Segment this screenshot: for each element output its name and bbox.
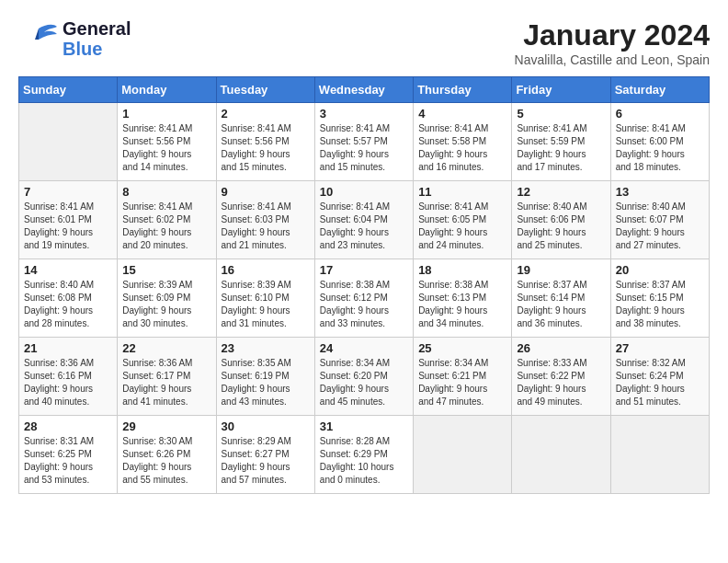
calendar-cell: 27Sunrise: 8:32 AM Sunset: 6:24 PM Dayli… [610,338,709,416]
day-info: Sunrise: 8:41 AM Sunset: 5:56 PM Dayligh… [222,122,310,174]
day-info: Sunrise: 8:38 AM Sunset: 6:12 PM Dayligh… [320,279,408,330]
weekday-header-tuesday: Tuesday [216,77,314,103]
calendar-cell: 22Sunrise: 8:36 AM Sunset: 6:17 PM Dayli… [118,338,216,416]
day-number: 23 [222,341,310,355]
day-info: Sunrise: 8:37 AM Sunset: 6:14 PM Dayligh… [517,279,605,330]
day-info: Sunrise: 8:31 AM Sunset: 6:25 PM Dayligh… [24,435,112,487]
calendar-cell: 20Sunrise: 8:37 AM Sunset: 6:15 PM Dayli… [610,259,709,338]
calendar-cell: 14Sunrise: 8:40 AM Sunset: 6:08 PM Dayli… [19,259,118,338]
day-info: Sunrise: 8:41 AM Sunset: 6:05 PM Dayligh… [418,201,506,252]
calendar-row-1: 7Sunrise: 8:41 AM Sunset: 6:01 PM Daylig… [19,181,710,259]
logo-icon [18,21,59,56]
day-info: Sunrise: 8:39 AM Sunset: 6:09 PM Dayligh… [122,279,210,330]
calendar-cell: 31Sunrise: 8:28 AM Sunset: 6:29 PM Dayli… [314,416,413,494]
day-info: Sunrise: 8:33 AM Sunset: 6:22 PM Dayligh… [517,357,605,408]
day-number: 11 [418,185,506,199]
calendar-table: SundayMondayTuesdayWednesdayThursdayFrid… [18,76,710,494]
day-number: 31 [320,419,408,433]
day-number: 12 [517,185,605,199]
calendar-cell: 2Sunrise: 8:41 AM Sunset: 5:56 PM Daylig… [216,103,314,181]
day-info: Sunrise: 8:38 AM Sunset: 6:13 PM Dayligh… [418,279,506,330]
day-info: Sunrise: 8:41 AM Sunset: 5:59 PM Dayligh… [517,122,605,174]
day-info: Sunrise: 8:35 AM Sunset: 6:19 PM Dayligh… [222,357,310,408]
day-info: Sunrise: 8:40 AM Sunset: 6:08 PM Dayligh… [24,279,112,330]
calendar-row-0: 1Sunrise: 8:41 AM Sunset: 5:56 PM Daylig… [19,103,710,181]
day-info: Sunrise: 8:41 AM Sunset: 6:00 PM Dayligh… [616,122,704,174]
day-number: 8 [122,185,210,199]
day-info: Sunrise: 8:34 AM Sunset: 6:20 PM Dayligh… [320,357,408,408]
calendar-row-2: 14Sunrise: 8:40 AM Sunset: 6:08 PM Dayli… [19,259,710,338]
month-title: January 2024 [515,18,710,52]
day-info: Sunrise: 8:40 AM Sunset: 6:06 PM Dayligh… [517,201,605,252]
calendar-cell: 1Sunrise: 8:41 AM Sunset: 5:56 PM Daylig… [118,103,216,181]
day-number: 28 [24,419,112,433]
day-number: 18 [418,263,506,277]
day-number: 24 [320,341,408,355]
day-number: 15 [122,263,210,277]
day-info: Sunrise: 8:41 AM Sunset: 5:57 PM Dayligh… [320,122,408,174]
day-number: 13 [616,185,704,199]
title-block: January 2024 Navalilla, Castille and Leo… [515,18,710,67]
calendar-cell: 10Sunrise: 8:41 AM Sunset: 6:04 PM Dayli… [314,181,413,259]
logo-general: General [63,18,131,39]
calendar-cell: 26Sunrise: 8:33 AM Sunset: 6:22 PM Dayli… [512,338,610,416]
weekday-header-sunday: Sunday [19,77,118,103]
calendar-cell [512,416,610,494]
day-number: 29 [122,419,210,433]
weekday-header-thursday: Thursday [414,77,512,103]
calendar-cell: 9Sunrise: 8:41 AM Sunset: 6:03 PM Daylig… [216,181,314,259]
calendar-cell: 16Sunrise: 8:39 AM Sunset: 6:10 PM Dayli… [216,259,314,338]
day-number: 5 [517,107,605,121]
weekday-header-saturday: Saturday [610,77,709,103]
calendar-cell: 6Sunrise: 8:41 AM Sunset: 6:00 PM Daylig… [610,103,709,181]
day-info: Sunrise: 8:41 AM Sunset: 6:04 PM Dayligh… [320,201,408,252]
calendar-row-4: 28Sunrise: 8:31 AM Sunset: 6:25 PM Dayli… [19,416,710,494]
day-number: 3 [320,107,408,121]
calendar-cell: 21Sunrise: 8:36 AM Sunset: 6:16 PM Dayli… [19,338,118,416]
weekday-header-wednesday: Wednesday [314,77,413,103]
day-number: 30 [222,419,310,433]
day-info: Sunrise: 8:41 AM Sunset: 5:56 PM Dayligh… [122,122,210,174]
day-number: 19 [517,263,605,277]
day-info: Sunrise: 8:36 AM Sunset: 6:17 PM Dayligh… [122,357,210,408]
day-number: 25 [418,341,506,355]
weekday-header-row: SundayMondayTuesdayWednesdayThursdayFrid… [19,77,710,103]
day-number: 7 [24,185,112,199]
calendar-cell: 11Sunrise: 8:41 AM Sunset: 6:05 PM Dayli… [414,181,512,259]
calendar-cell: 24Sunrise: 8:34 AM Sunset: 6:20 PM Dayli… [314,338,413,416]
day-number: 9 [222,185,310,199]
day-info: Sunrise: 8:28 AM Sunset: 6:29 PM Dayligh… [320,435,408,487]
day-number: 1 [122,107,210,121]
day-info: Sunrise: 8:41 AM Sunset: 6:01 PM Dayligh… [24,201,112,252]
day-info: Sunrise: 8:29 AM Sunset: 6:27 PM Dayligh… [222,435,310,487]
day-number: 17 [320,263,408,277]
calendar-cell: 29Sunrise: 8:30 AM Sunset: 6:26 PM Dayli… [118,416,216,494]
logo-blue: Blue [63,39,131,59]
day-number: 27 [616,341,704,355]
day-info: Sunrise: 8:30 AM Sunset: 6:26 PM Dayligh… [122,435,210,487]
weekday-header-monday: Monday [118,77,216,103]
day-number: 22 [122,341,210,355]
calendar-cell: 28Sunrise: 8:31 AM Sunset: 6:25 PM Dayli… [19,416,118,494]
page-header: General Blue January 2024 Navalilla, Cas… [18,18,710,67]
day-number: 26 [517,341,605,355]
calendar-cell: 17Sunrise: 8:38 AM Sunset: 6:12 PM Dayli… [314,259,413,338]
calendar-row-3: 21Sunrise: 8:36 AM Sunset: 6:16 PM Dayli… [19,338,710,416]
calendar-cell: 18Sunrise: 8:38 AM Sunset: 6:13 PM Dayli… [414,259,512,338]
logo: General Blue [18,18,131,59]
calendar-cell: 23Sunrise: 8:35 AM Sunset: 6:19 PM Dayli… [216,338,314,416]
calendar-cell [610,416,709,494]
day-info: Sunrise: 8:34 AM Sunset: 6:21 PM Dayligh… [418,357,506,408]
day-info: Sunrise: 8:36 AM Sunset: 6:16 PM Dayligh… [24,357,112,408]
calendar-cell: 3Sunrise: 8:41 AM Sunset: 5:57 PM Daylig… [314,103,413,181]
day-info: Sunrise: 8:32 AM Sunset: 6:24 PM Dayligh… [616,357,704,408]
day-info: Sunrise: 8:41 AM Sunset: 6:03 PM Dayligh… [222,201,310,252]
calendar-cell: 8Sunrise: 8:41 AM Sunset: 6:02 PM Daylig… [118,181,216,259]
calendar-cell: 13Sunrise: 8:40 AM Sunset: 6:07 PM Dayli… [610,181,709,259]
day-info: Sunrise: 8:41 AM Sunset: 6:02 PM Dayligh… [122,201,210,252]
day-number: 10 [320,185,408,199]
day-info: Sunrise: 8:41 AM Sunset: 5:58 PM Dayligh… [418,122,506,174]
day-info: Sunrise: 8:40 AM Sunset: 6:07 PM Dayligh… [616,201,704,252]
day-info: Sunrise: 8:39 AM Sunset: 6:10 PM Dayligh… [222,279,310,330]
day-number: 14 [24,263,112,277]
